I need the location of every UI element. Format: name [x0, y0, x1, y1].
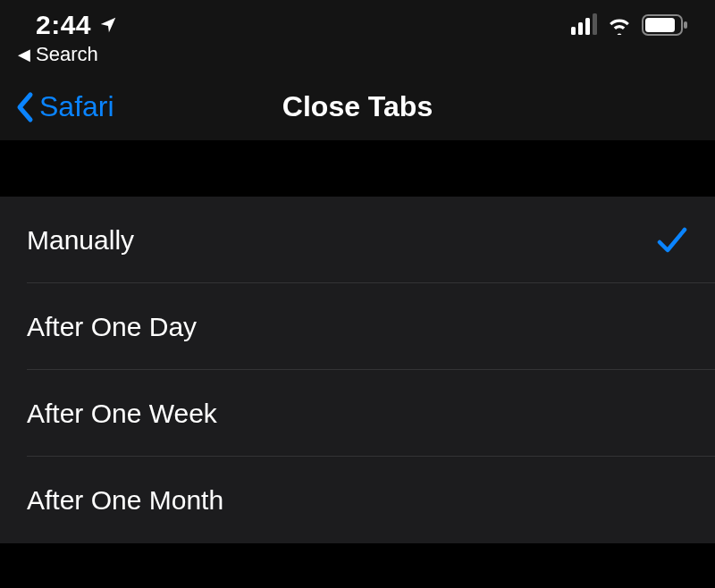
option-label: After One Day [27, 312, 197, 342]
bottom-gap [0, 543, 715, 588]
option-manually[interactable]: Manually [0, 197, 715, 283]
nav-bar: Safari Close Tabs [0, 73, 715, 141]
svg-rect-1 [645, 18, 675, 32]
section-gap [0, 141, 715, 197]
option-after-one-week[interactable]: After One Week [0, 370, 715, 457]
breadcrumb-label: Search [36, 43, 98, 66]
clock: 2:44 [36, 10, 91, 40]
page-title: Close Tabs [282, 90, 433, 123]
status-left: 2:44 [36, 10, 118, 40]
svg-rect-2 [684, 21, 687, 29]
checkmark-icon [656, 225, 688, 256]
option-label: Manually [27, 225, 134, 256]
option-label: After One Month [27, 485, 223, 516]
back-label: Safari [39, 90, 114, 123]
battery-icon [642, 14, 688, 36]
wifi-icon [606, 15, 633, 35]
breadcrumb[interactable]: ◀ Search [0, 43, 715, 73]
chevron-left-icon [14, 91, 36, 123]
back-caret-icon: ◀ [18, 46, 30, 63]
option-after-one-month[interactable]: After One Month [0, 457, 715, 543]
option-after-one-day[interactable]: After One Day [0, 283, 715, 370]
back-button[interactable]: Safari [14, 90, 114, 123]
close-tabs-options: Manually After One Day After One Week Af… [0, 197, 715, 543]
status-right [571, 14, 688, 36]
status-bar: 2:44 [0, 0, 715, 43]
location-icon [98, 15, 118, 35]
option-label: After One Week [27, 399, 217, 429]
cellular-signal-icon [571, 15, 597, 35]
